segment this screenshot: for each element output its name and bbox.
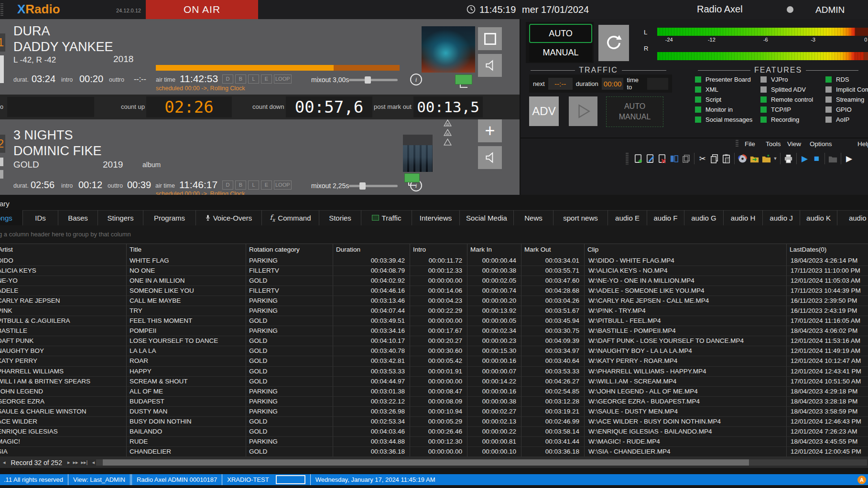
column-header[interactable]: Artist xyxy=(0,244,127,256)
tab-audio-k[interactable]: audio K xyxy=(800,210,837,225)
scroll-left-icon[interactable]: ◂ xyxy=(92,459,95,466)
menu-drag-handle[interactable] xyxy=(736,139,738,147)
table-row[interactable]: CARLY RAE JEPSEN CALL ME MAYBE PARKING 0… xyxy=(0,296,868,306)
flag-loop[interactable]: LOOP xyxy=(274,180,292,190)
feature-item[interactable]: XML xyxy=(695,85,752,95)
column-header[interactable]: Duration xyxy=(333,244,410,256)
tab-audio-l[interactable]: audio L xyxy=(837,210,868,225)
tab-traffic[interactable]: Traffic xyxy=(361,210,412,225)
tab-audio-h[interactable]: audio H xyxy=(724,210,763,225)
menu-file[interactable]: File xyxy=(745,140,755,148)
refresh-button[interactable] xyxy=(598,25,629,61)
column-header[interactable]: Mark In xyxy=(467,244,521,256)
flag-b[interactable]: B xyxy=(235,180,246,190)
player-1-monitor-icon[interactable] xyxy=(455,74,472,88)
player-1-side-button[interactable] xyxy=(0,55,4,83)
next-record-icon[interactable]: ▸ xyxy=(67,459,70,466)
flag-d[interactable]: D xyxy=(222,74,233,84)
menu-view[interactable]: View xyxy=(787,140,801,148)
feature-checkbox[interactable] xyxy=(825,117,832,123)
tab-songs[interactable]: Songs xyxy=(0,210,23,225)
flag-loop[interactable]: LOOP xyxy=(274,74,292,84)
triangle-list-icon[interactable] xyxy=(444,129,452,136)
play-alt-icon[interactable]: ▶ xyxy=(843,153,855,165)
feature-checkbox[interactable] xyxy=(695,96,701,103)
tab-audio-j[interactable]: audio J xyxy=(763,210,800,225)
tab-sport-news[interactable]: sport news xyxy=(553,210,608,225)
feature-checkbox[interactable] xyxy=(695,117,701,123)
feature-item[interactable]: Splitted ADV xyxy=(760,85,813,95)
player-1-info-icon[interactable]: i xyxy=(410,74,422,85)
table-row[interactable]: ENRIQUE IGLESIAS BAILANDO GOLD 00:04:03.… xyxy=(0,427,868,437)
player-2-sort-icons[interactable] xyxy=(444,119,452,146)
table-row[interactable]: JOHN LEGEND ALL OF ME PARKING 00:03:01.3… xyxy=(0,387,868,397)
flag-l[interactable]: L xyxy=(248,74,259,84)
table-row[interactable]: ALICIA KEYS NO ONE FILLERTV 00:04:08.79 … xyxy=(0,266,868,276)
feature-checkbox[interactable] xyxy=(825,106,832,113)
user-name[interactable]: ADMIN xyxy=(815,5,845,15)
feature-checkbox[interactable] xyxy=(760,117,767,123)
horizontal-scrollbar[interactable] xyxy=(96,459,867,466)
player-1-mixout-slider[interactable] xyxy=(349,79,398,81)
triangle-list-icon[interactable] xyxy=(444,119,452,127)
tab-bases[interactable]: Bases xyxy=(58,210,98,225)
column-header[interactable]: Title xyxy=(127,244,246,256)
record-details-icon[interactable] xyxy=(668,153,680,165)
scrollbar-thumb[interactable] xyxy=(103,459,749,466)
paste-icon[interactable] xyxy=(720,153,732,165)
feature-item[interactable]: RDS xyxy=(825,74,868,85)
table-row[interactable]: KATY PERRY ROAR GOLD 00:03:42.81 00:00:0… xyxy=(0,356,868,366)
menu-help[interactable]: Help xyxy=(857,140,868,148)
open-folder-icon[interactable] xyxy=(827,153,839,165)
table-row[interactable]: DIDO WHITE FLAG PARKING 00:03:39.42 00:0… xyxy=(0,256,868,266)
feature-checkbox[interactable] xyxy=(695,86,701,93)
fast-forward-icon[interactable]: ▸▸ xyxy=(73,459,78,466)
tab-ids[interactable]: IDs xyxy=(23,210,58,225)
feature-item[interactable]: Remote control xyxy=(760,95,813,105)
table-row[interactable]: BASTILLE POMPEII PARKING 00:03:34.16 00:… xyxy=(0,326,868,336)
adv-button[interactable]: ADV xyxy=(529,96,559,126)
triangle-icon[interactable] xyxy=(444,138,452,146)
globe-icon[interactable] xyxy=(787,6,793,13)
prev-record-icon[interactable]: ◂ xyxy=(3,459,6,466)
tab-stories[interactable]: Stories xyxy=(319,210,361,225)
menu-options[interactable]: Options xyxy=(810,140,832,148)
table-row[interactable]: PINK TRY PARKING 00:04:07.44 00:00:22.29… xyxy=(0,306,868,316)
player-2-side-button-1[interactable] xyxy=(0,158,3,166)
new-record-icon[interactable] xyxy=(632,153,644,165)
feature-item[interactable]: VJPro xyxy=(760,74,813,85)
player-1-mixout-knob[interactable] xyxy=(365,76,371,84)
feature-item[interactable]: TCP/IP xyxy=(760,105,813,115)
toolbar-drag-handle[interactable] xyxy=(626,152,629,165)
flag-e[interactable]: E xyxy=(261,74,272,84)
player-2-side-button-2[interactable] xyxy=(0,170,3,179)
tab-command[interactable]: fx Command xyxy=(262,210,319,225)
flag-d[interactable]: D xyxy=(222,180,233,190)
feature-item[interactable]: Recording xyxy=(760,115,813,125)
player-1-progress-bar[interactable] xyxy=(156,65,400,71)
feature-checkbox[interactable] xyxy=(760,86,767,93)
tab-voice-overs[interactable]: Voice-Overs xyxy=(196,210,262,225)
play-icon[interactable]: ▶ xyxy=(799,153,811,165)
player-2-monitor-icon[interactable] xyxy=(404,173,420,186)
auto-button[interactable]: AUTO xyxy=(529,24,592,43)
cut-icon[interactable]: ✂ xyxy=(696,153,708,165)
feature-checkbox[interactable] xyxy=(825,96,832,103)
player-2-mixout-slider[interactable] xyxy=(349,185,398,187)
tab-stingers[interactable]: Stingers xyxy=(98,210,143,225)
add-folder-icon[interactable] xyxy=(760,153,772,165)
column-header[interactable]: Clip xyxy=(585,244,787,256)
tab-audio-f[interactable]: audio F xyxy=(647,210,684,225)
duplicate-icon[interactable] xyxy=(680,153,692,165)
burn-cd-icon[interactable] xyxy=(737,153,749,165)
flag-e[interactable]: E xyxy=(261,180,272,190)
tab-audio-g[interactable]: audio G xyxy=(684,210,724,225)
table-row[interactable]: SIA CHANDELIER GOLD 00:03:36.18 00:00:00… xyxy=(0,447,868,457)
flag-l[interactable]: L xyxy=(248,180,259,190)
manual-button[interactable]: MANUAL xyxy=(529,43,592,62)
drag-handle[interactable] xyxy=(0,3,3,16)
table-row[interactable]: ACE WILDER BUSY DOIN NOTHIN GOLD 00:02:5… xyxy=(0,417,868,427)
table-row[interactable]: DAFT PUNK LOSE YOURSELF TO DANCE GOLD 00… xyxy=(0,336,868,346)
table-row[interactable]: NE-YO ONE IN A MILLION GOLD 00:04:02.92 … xyxy=(0,276,868,286)
stop-icon[interactable]: ■ xyxy=(811,153,823,165)
